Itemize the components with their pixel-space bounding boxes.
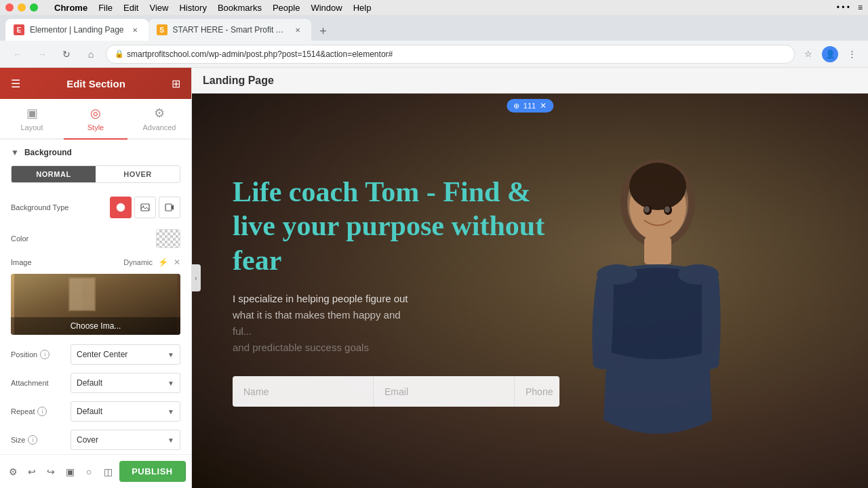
people-menu-item[interactable]: People (273, 3, 300, 13)
panel-grid-icon[interactable]: ⊞ (172, 77, 180, 90)
position-info-icon[interactable]: i (40, 350, 50, 359)
responsive-footer-btn[interactable]: ▣ (62, 462, 77, 481)
form-name-input[interactable] (233, 376, 374, 407)
attachment-row: Attachment Default ▼ (0, 369, 191, 397)
forward-button[interactable]: → (33, 45, 52, 64)
size-select[interactable]: Cover ▼ (71, 430, 180, 450)
attachment-arrow: ▼ (167, 380, 174, 387)
form-phone-input[interactable] (515, 376, 559, 407)
layout-icon: ▣ (26, 106, 38, 121)
menu-bar-right: • • • ≡ (837, 3, 863, 12)
section-handle-id: 111 (524, 102, 536, 110)
svg-point-12 (629, 163, 686, 210)
repeat-label: Repeat i (11, 407, 65, 416)
form-email-input[interactable] (374, 376, 515, 407)
menu-bar-list-icon: ≡ (858, 3, 863, 12)
repeat-arrow: ▼ (167, 408, 174, 415)
repeat-info-icon[interactable]: i (37, 407, 47, 416)
choose-image-label: Choose Ima... (71, 321, 121, 331)
profile-icon[interactable]: 👤 (822, 46, 838, 62)
bg-type-image-btn[interactable] (134, 197, 156, 218)
section-handle-close[interactable]: ✕ (540, 101, 547, 110)
address-input[interactable]: 🔒 smartprofitschool.com/wp-admin/post.ph… (106, 45, 795, 64)
section-arrow-icon: ▼ (11, 148, 19, 157)
redo-footer-btn[interactable]: ↪ (43, 462, 58, 481)
bookmark-icon[interactable]: ☆ (800, 46, 816, 62)
panel-menu-icon[interactable]: ☰ (11, 77, 20, 90)
close-window-btn[interactable] (5, 3, 14, 12)
image-info-icon[interactable]: ✕ (174, 258, 180, 267)
position-select[interactable]: Center Center ▼ (71, 344, 180, 365)
file-menu-item[interactable]: File (98, 3, 113, 13)
size-label: Size i (11, 435, 65, 445)
settings-footer-btn[interactable]: ⚙ (5, 462, 20, 481)
background-label: Background (24, 148, 72, 157)
hero-person-image (556, 94, 814, 488)
ssl-lock-icon: 🔒 (115, 49, 124, 58)
editor-canvas: Landing Page ⊕ 111 ✕ Life coach Tom - Fi… (192, 68, 868, 488)
attachment-select[interactable]: Default ▼ (71, 373, 180, 393)
tab-advanced[interactable]: ⚙ Advanced (127, 99, 191, 140)
publish-button[interactable]: PUBLISH (119, 461, 185, 482)
publish-arrow-button[interactable]: ▲ (185, 461, 186, 482)
state-tab-normal[interactable]: NORMAL (12, 166, 96, 182)
history-menu-item[interactable]: History (179, 3, 206, 13)
url-display: smartprofitschool.com/wp-admin/post.php?… (127, 49, 393, 59)
svg-point-18 (644, 206, 650, 213)
section-handle-plus: ⊕ (513, 102, 519, 110)
background-section-header[interactable]: ▼ Background (0, 140, 191, 165)
svg-rect-2 (165, 204, 172, 211)
tab-elementor[interactable]: E Elementor | Landing Page ✕ (5, 19, 149, 41)
tab-style[interactable]: ◎ Style (64, 99, 127, 140)
edit-menu-item[interactable]: Edit (123, 3, 138, 13)
color-swatch[interactable] (156, 229, 180, 248)
choose-image-overlay[interactable]: Choose Ima... (11, 317, 180, 335)
reload-button[interactable]: ↻ (57, 45, 76, 64)
minimize-window-btn[interactable] (18, 3, 26, 12)
hero-subtext-line3: ful... (233, 325, 252, 337)
elementor-panel: ☰ Edit Section ⊞ ▣ Layout ◎ Style ⚙ Adva… (0, 68, 192, 488)
panel-content: ▼ Background NORMAL HOVER Background Typ… (0, 140, 191, 454)
tab-favicon-smartprofit: S (157, 24, 167, 35)
view-footer-btn[interactable]: ◫ (100, 462, 115, 481)
repeat-value: Default (77, 407, 102, 416)
bg-type-color-btn[interactable] (110, 197, 132, 218)
hero-subtext-line4: and predictable success goals (233, 342, 369, 353)
dynamic-icon[interactable]: ⚡ (158, 258, 168, 267)
image-label: Image (11, 258, 45, 266)
new-tab-button[interactable]: + (314, 22, 333, 41)
home-button[interactable]: ⌂ (81, 45, 100, 64)
app-menu-item[interactable]: Chrome (54, 3, 87, 13)
position-value: Center Center (77, 350, 127, 359)
help-menu-item[interactable]: Help (353, 3, 372, 13)
menu-bar-items: Chrome File Edit View History Bookmarks … (54, 3, 826, 13)
size-info-icon[interactable]: i (28, 435, 37, 445)
chrome-menu-icon[interactable]: ⋮ (844, 46, 860, 62)
position-label: Position i (11, 350, 65, 359)
bg-type-video-btn[interactable] (159, 197, 180, 218)
bookmarks-menu-item[interactable]: Bookmarks (218, 3, 262, 13)
window-menu-item[interactable]: Window (311, 3, 342, 13)
tab-layout[interactable]: ▣ Layout (0, 99, 64, 140)
preview-footer-btn[interactable]: ○ (81, 462, 96, 481)
tab-close-elementor[interactable]: ✕ (130, 24, 140, 35)
tab-smartprofit[interactable]: S START HERE - Smart Profit Sch... ✕ (149, 19, 311, 41)
chrome-address-bar: ← → ↻ ⌂ 🔒 smartprofitschool.com/wp-admin… (0, 41, 868, 68)
mac-menu-bar: Chrome File Edit View History Bookmarks … (0, 0, 868, 15)
panel-collapse-handle[interactable]: ‹ (191, 264, 201, 291)
back-button[interactable]: ← (8, 45, 27, 64)
maximize-window-btn[interactable] (30, 3, 38, 12)
section-handle[interactable]: ⊕ 111 ✕ (507, 99, 553, 113)
state-tab-hover[interactable]: HOVER (96, 166, 180, 182)
tab-close-smartprofit[interactable]: ✕ (292, 24, 303, 35)
publish-btn-group: PUBLISH ▲ (119, 461, 186, 482)
undo-footer-btn[interactable]: ↩ (24, 462, 39, 481)
repeat-select[interactable]: Default ▼ (71, 401, 180, 422)
image-preview[interactable]: Choose Ima... (11, 274, 180, 335)
main-layout: ☰ Edit Section ⊞ ▣ Layout ◎ Style ⚙ Adva… (0, 68, 868, 488)
menu-bar-dots: • • • (837, 3, 850, 12)
hero-section[interactable]: ⊕ 111 ✕ Life coach Tom - Find & live you… (192, 94, 868, 488)
attachment-label: Attachment (11, 379, 65, 387)
view-menu-item[interactable]: View (149, 3, 168, 13)
traffic-lights[interactable] (5, 3, 38, 12)
